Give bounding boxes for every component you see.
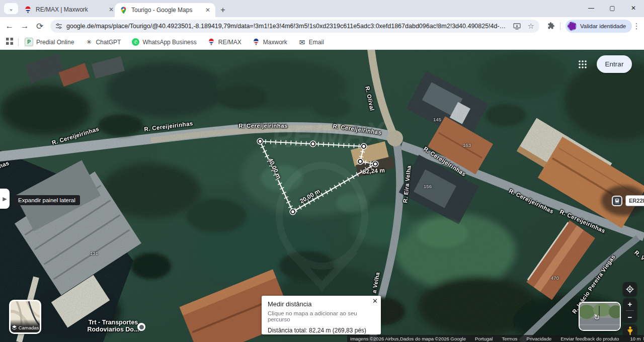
bookmark-label: Maxwork (263, 39, 287, 46)
apps-shortcut-icon[interactable] (6, 38, 13, 47)
bookmark-label: Predial Online (36, 39, 74, 46)
bookmarks-bar: P Predial Online ✳ ChatGPT ✆ WhatsApp Bu… (0, 35, 644, 50)
browser-window: ⌄ RE/MAX | Maxwork ✕ Tourigo - Google Ma… (0, 0, 644, 342)
link-privacidade[interactable]: Privacidade (527, 336, 552, 341)
measure-vertex[interactable] (372, 161, 379, 167)
remax-balloon-icon (24, 6, 32, 14)
measure-vertex[interactable] (257, 138, 264, 145)
title-bar: ⌄ RE/MAX | Maxwork ✕ Tourigo - Google Ma… (0, 0, 644, 17)
divider (18, 38, 19, 46)
measure-vertex[interactable] (357, 158, 364, 165)
house-number: 145 (433, 117, 441, 122)
measure-distance-panel: ✕ Medir distância Clique no mapa a adici… (262, 296, 381, 334)
predial-online-icon: P (25, 38, 33, 46)
my-location-icon (626, 285, 634, 293)
profile-label: Validar identidade (580, 23, 626, 29)
layers-icon (12, 325, 17, 330)
attribution-bar: Imagens ©2026 Airbus,Dados do mapa ©2026… (347, 335, 644, 342)
bookmark-label: WhatsApp Business (142, 39, 196, 46)
close-window-button[interactable]: ✕ (623, 0, 644, 16)
site-settings-icon[interactable] (55, 23, 62, 30)
divider (626, 310, 634, 311)
bookmark-maxwork[interactable]: Maxwork (253, 38, 287, 46)
maxwork-balloon-icon (253, 38, 260, 46)
bookmark-chatgpt[interactable]: ✳ ChatGPT (85, 38, 121, 46)
house-number: 470 (551, 275, 559, 281)
link-feedback[interactable]: Enviar feedback do produto (560, 336, 619, 341)
url-text[interactable]: google.de/maps/place/Tourigo/@40.4923501… (66, 23, 509, 30)
house-number: 156 (424, 184, 432, 189)
street-label: R. Cereijeirinhas (238, 123, 288, 129)
whatsapp-business-icon: ✆ (132, 38, 139, 46)
house-number: 163 (463, 142, 471, 148)
bookmark-label: RE/MAX (218, 39, 242, 46)
divider (560, 22, 560, 30)
profile-button[interactable]: Validar identidade (566, 20, 632, 33)
tab-search-button[interactable]: ⌄ (4, 3, 18, 14)
bookmark-remax[interactable]: RE/MAX (208, 38, 242, 46)
link-portugal[interactable]: Portugal (475, 336, 493, 341)
google-maps-pin-icon (120, 7, 127, 14)
close-icon[interactable]: ✕ (372, 297, 378, 305)
street-view-preview[interactable]: ↻ (579, 302, 621, 331)
tab-close-icon[interactable]: ✕ (109, 6, 114, 13)
url-bar[interactable]: google.de/maps/place/Tourigo/@40.4923501… (50, 20, 539, 33)
map-canvas[interactable]: RE/MAX (0, 50, 644, 342)
sign-in-button[interactable]: Entrar (597, 55, 632, 73)
tab-title: Tourigo - Google Maps (131, 7, 192, 14)
tab-google-maps[interactable]: Tourigo - Google Maps ✕ (115, 3, 215, 17)
measure-panel-title: Medir distância (268, 300, 375, 308)
my-location-button[interactable] (623, 282, 637, 296)
road-badge-er228: ER228 (625, 195, 644, 206)
map-scale: 10 m (630, 336, 644, 341)
chrome-menu-icon[interactable]: ⋮ (630, 20, 643, 33)
reload-button[interactable]: ⟳ (33, 20, 46, 33)
layers-label: Camadas (19, 325, 39, 330)
new-tab-button[interactable]: + (216, 4, 229, 16)
bookmark-star-icon[interactable]: ☆ (528, 22, 534, 31)
measure-vertex[interactable] (361, 143, 367, 150)
layers-button[interactable]: Camadas (9, 300, 41, 334)
bookmark-predial-online[interactable]: P Predial Online (25, 38, 74, 46)
zoom-out-button[interactable]: − (628, 312, 632, 321)
poi-marker-icon[interactable] (137, 323, 145, 331)
imagery-credit: Imagens ©2026 Airbus,Dados do mapa ©2026… (350, 336, 466, 341)
chatgpt-icon: ✳ (85, 38, 93, 46)
zoom-in-button[interactable]: + (628, 299, 632, 308)
bookmark-whatsapp-business[interactable]: ✆ WhatsApp Business (132, 38, 196, 46)
house-number: 131 (90, 250, 98, 256)
extensions-puzzle-icon[interactable] (544, 20, 557, 33)
back-button[interactable]: ← (3, 20, 16, 33)
link-termos[interactable]: Termos (502, 336, 517, 341)
install-icon[interactable] (513, 23, 521, 30)
avatar (568, 22, 577, 31)
tab-close-icon[interactable]: ✕ (205, 7, 210, 14)
bookmark-label: Email (309, 39, 324, 46)
expand-side-panel-tooltip: Expandir painel lateral (14, 195, 80, 205)
maximize-button[interactable]: ▢ (602, 0, 623, 16)
remax-balloon-icon (208, 38, 215, 46)
minimize-button[interactable]: — (581, 0, 602, 16)
measure-panel-hint: Clique no mapa a adicionar ao seu percur… (268, 310, 375, 322)
google-apps-grid-icon[interactable] (578, 59, 588, 69)
forward-button[interactable]: → (18, 20, 31, 33)
pegman-icon (627, 326, 633, 335)
measure-vertex[interactable] (310, 141, 316, 147)
transit-stop-icon[interactable] (612, 196, 622, 206)
measure-panel-total: Distância total: 82,24 m (269,83 pés) (268, 327, 375, 334)
measure-vertex[interactable] (290, 209, 296, 215)
navigation-bar: ← → ⟳ google.de/maps/place/Tourigo/@40.4… (0, 17, 644, 35)
tab-title: RE/MAX | Maxwork (36, 6, 88, 13)
bookmark-email[interactable]: ✉ Email (298, 38, 324, 46)
email-envelope-icon: ✉ (298, 38, 306, 46)
bookmark-label: ChatGPT (96, 39, 121, 46)
expand-side-panel-button[interactable]: ▶ (0, 189, 10, 209)
tab-remax-maxwork[interactable]: RE/MAX | Maxwork ✕ (24, 4, 114, 15)
rotate-view-icon: ↻ (594, 313, 600, 322)
